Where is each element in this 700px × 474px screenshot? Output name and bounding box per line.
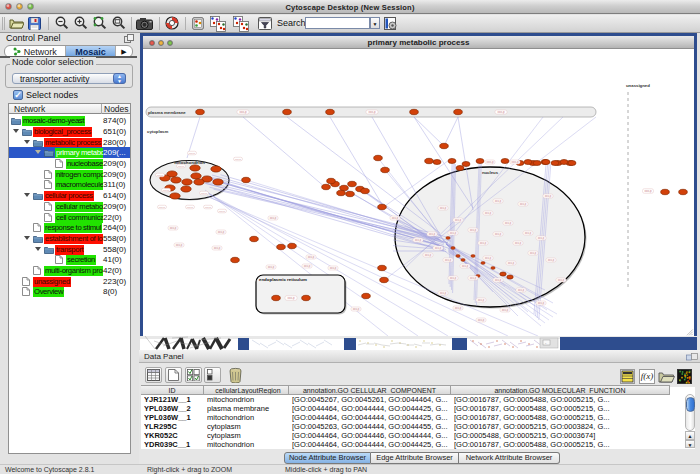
svg-text:unassigned: unassigned (626, 83, 650, 88)
svg-text:xxx-p: xxx-p (470, 276, 477, 280)
svg-text:xxx-p: xxx-p (445, 258, 452, 262)
svg-text:xxx-p: xxx-p (178, 165, 185, 168)
svg-text:xxx-p: xxx-p (176, 243, 183, 247)
svg-text:xxx-p: xxx-p (530, 251, 537, 255)
svg-text:xxx-p: xxx-p (497, 110, 504, 114)
svg-text:xxx-p: xxx-p (308, 255, 315, 259)
svg-text:xxx-p: xxx-p (268, 265, 275, 269)
svg-text:xxx-p: xxx-p (218, 230, 225, 234)
svg-text:xxx-p: xxx-p (214, 246, 221, 250)
svg-text:xxx-p: xxx-p (478, 318, 485, 322)
svg-text:xxx-p: xxx-p (495, 232, 502, 236)
svg-text:nucleus: nucleus (482, 170, 499, 175)
svg-text:xxx-p: xxx-p (502, 308, 509, 312)
svg-text:xxx-p: xxx-p (548, 258, 555, 262)
svg-text:xxx-p: xxx-p (201, 192, 208, 195)
svg-text:xxx-p: xxx-p (538, 236, 545, 240)
svg-text:xxx-p: xxx-p (287, 296, 294, 300)
svg-text:xxx-p: xxx-p (545, 194, 552, 198)
svg-text:xxx-p: xxx-p (518, 288, 525, 292)
svg-text:xxx-p: xxx-p (525, 231, 532, 235)
svg-text:xxx-p: xxx-p (511, 160, 518, 164)
svg-text:xxx-p: xxx-p (330, 266, 337, 270)
svg-text:xxx-p: xxx-p (440, 291, 447, 295)
svg-text:xxx-p: xxx-p (353, 307, 360, 311)
svg-text:xxx-p: xxx-p (235, 158, 242, 161)
svg-text:xxx-p: xxx-p (495, 278, 502, 282)
svg-text:xxx-p: xxx-p (187, 206, 194, 209)
svg-text:xxx-p: xxx-p (462, 264, 469, 268)
svg-text:xxx-p: xxx-p (495, 199, 502, 203)
svg-text:xxx-p: xxx-p (478, 298, 485, 302)
svg-text:xxx-p: xxx-p (170, 226, 177, 230)
svg-text:xxx-p: xxx-p (470, 228, 477, 232)
svg-text:plasma membrane: plasma membrane (148, 110, 186, 115)
svg-text:cytoplasm: cytoplasm (147, 129, 168, 134)
svg-text:xxx-p: xxx-p (189, 152, 196, 155)
svg-text:xxx-p: xxx-p (159, 206, 166, 209)
svg-text:xxx-p: xxx-p (450, 231, 457, 235)
svg-text:xxx-p: xxx-p (440, 206, 447, 210)
svg-text:xxx-p: xxx-p (239, 110, 246, 114)
svg-text:xxx-p: xxx-p (505, 221, 512, 225)
svg-text:xxx-p: xxx-p (455, 218, 462, 222)
svg-text:xxx-p: xxx-p (538, 301, 545, 305)
svg-text:xxx-p: xxx-p (435, 246, 442, 250)
svg-text:xxx-p: xxx-p (157, 174, 164, 177)
svg-text:xxx-p: xxx-p (450, 276, 457, 280)
svg-text:endoplasmic reticulum: endoplasmic reticulum (259, 277, 307, 282)
svg-text:xxx-p: xxx-p (392, 216, 399, 220)
svg-text:xxx-p: xxx-p (455, 306, 462, 310)
svg-text:xxx-p: xxx-p (520, 202, 527, 206)
svg-text:mitochondrion: mitochondrion (174, 160, 205, 165)
svg-text:xxx-p: xxx-p (485, 256, 492, 260)
svg-text:xxx-p: xxx-p (515, 241, 522, 245)
svg-text:xxx-p: xxx-p (508, 261, 515, 265)
svg-text:xxx-p: xxx-p (485, 211, 492, 215)
svg-text:xxx-p: xxx-p (425, 253, 432, 257)
svg-text:xxx-p: xxx-p (644, 189, 651, 193)
svg-text:xxx-p: xxx-p (415, 238, 422, 242)
svg-text:xxx-p: xxx-p (163, 189, 170, 192)
svg-text:xxx-p: xxx-p (304, 264, 311, 268)
svg-text:xxx-p: xxx-p (270, 216, 277, 220)
svg-text:xxx-p: xxx-p (486, 160, 493, 164)
svg-text:xxx-p: xxx-p (219, 210, 226, 213)
svg-text:xxx-p: xxx-p (429, 232, 436, 236)
svg-text:xxx-p: xxx-p (368, 110, 375, 114)
svg-text:xxx-p: xxx-p (480, 241, 487, 245)
svg-text:xxx-p: xxx-p (558, 278, 565, 282)
svg-text:xxx-p: xxx-p (205, 206, 212, 209)
